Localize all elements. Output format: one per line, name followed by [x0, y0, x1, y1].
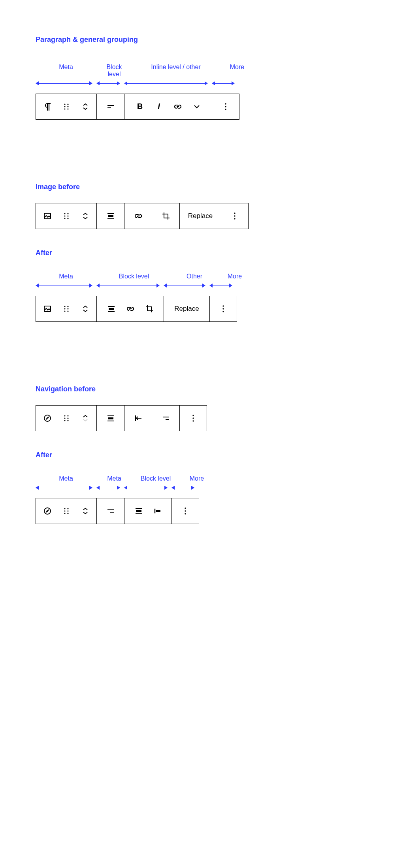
more-icon[interactable]: [187, 412, 199, 424]
image-after-toolbar: Replace: [36, 296, 237, 322]
replace-button[interactable]: Replace: [164, 296, 210, 321]
nav-before-toolbar: [36, 405, 207, 431]
group-label: Block level: [100, 273, 168, 280]
section-nav-before: Navigation before: [36, 385, 371, 431]
meta-cell: [36, 296, 97, 321]
justify-right-icon[interactable]: [105, 505, 117, 517]
group-label: Inline level / other: [132, 64, 220, 78]
move-icon[interactable]: [79, 210, 91, 222]
align-center-icon[interactable]: [105, 210, 117, 222]
group-label: Meta: [36, 273, 96, 280]
link-icon[interactable]: [172, 101, 184, 113]
block-level-cell: [97, 94, 124, 119]
align-left-icon[interactable]: [105, 101, 117, 113]
drag-icon[interactable]: [60, 101, 72, 113]
group-label: Meta: [36, 64, 96, 78]
image-before-toolbar: Replace: [36, 203, 249, 229]
drag-icon[interactable]: [60, 505, 72, 517]
align-center-icon[interactable]: [105, 412, 117, 424]
nav-after-title: After: [36, 451, 371, 459]
compass-icon[interactable]: [41, 412, 53, 424]
section-image-before: Image before Replace: [36, 183, 371, 229]
drag-icon[interactable]: [60, 303, 72, 315]
drag-icon[interactable]: [60, 210, 72, 222]
more-icon[interactable]: [179, 505, 191, 517]
group-label: More: [224, 64, 251, 78]
italic-icon[interactable]: [153, 101, 165, 113]
chevron-down-icon[interactable]: [191, 101, 203, 113]
image-icon[interactable]: [41, 210, 53, 222]
section-image-after: After Meta Block level Other More Replac…: [36, 249, 371, 322]
image-arrows: [36, 283, 371, 288]
link-icon[interactable]: [132, 210, 144, 222]
more-icon[interactable]: [220, 101, 232, 113]
crop-icon[interactable]: [160, 210, 172, 222]
align-center-icon[interactable]: [133, 505, 145, 517]
nav-after-toolbar: [36, 498, 199, 524]
replace-button[interactable]: Replace: [180, 203, 221, 229]
bold-icon[interactable]: [134, 101, 146, 113]
justify-right-icon[interactable]: [160, 412, 172, 424]
image-group-labels: Meta Block level Other More: [36, 273, 371, 280]
move-icon[interactable]: [79, 505, 91, 517]
move-icon[interactable]: [79, 303, 91, 315]
compass-icon[interactable]: [41, 505, 53, 517]
group-label: Other: [171, 273, 217, 280]
image-after-title: After: [36, 249, 371, 257]
more-cell: [212, 94, 239, 119]
group-label: Meta: [100, 475, 128, 482]
group-label: Meta: [36, 475, 96, 482]
image-icon[interactable]: [41, 303, 53, 315]
crop-icon[interactable]: [143, 303, 155, 315]
move-icon[interactable]: [79, 412, 91, 424]
group-label: Block level: [100, 64, 128, 78]
meta-cell: [36, 94, 97, 119]
move-icon[interactable]: [79, 101, 91, 113]
link-icon[interactable]: [124, 303, 136, 315]
inline-cell: [124, 94, 212, 119]
group-label: More: [183, 475, 210, 482]
group-label: More: [221, 273, 248, 280]
paragraph-arrows: [36, 81, 239, 86]
group-label: Block level: [132, 475, 179, 482]
paragraph-toolbar: [36, 94, 239, 120]
block-level-cell: [97, 296, 164, 321]
paragraph-group-labels: Meta Block level Inline level / other Mo…: [36, 64, 371, 78]
section-nav-after: After Meta Meta Block level More: [36, 451, 371, 524]
align-center-icon[interactable]: [106, 303, 117, 315]
drag-icon[interactable]: [60, 412, 72, 424]
more-icon[interactable]: [229, 210, 241, 222]
image-before-title: Image before: [36, 183, 371, 191]
paragraph-title: Paragraph & general grouping: [36, 36, 371, 44]
more-icon[interactable]: [217, 303, 229, 315]
meta-cell: [36, 203, 97, 229]
paragraph-icon[interactable]: [41, 101, 53, 113]
section-paragraph: Paragraph & general grouping Meta Block …: [36, 36, 371, 120]
nav-before-title: Navigation before: [36, 385, 371, 393]
indent-icon[interactable]: [152, 505, 164, 517]
outdent-icon[interactable]: [132, 412, 144, 424]
